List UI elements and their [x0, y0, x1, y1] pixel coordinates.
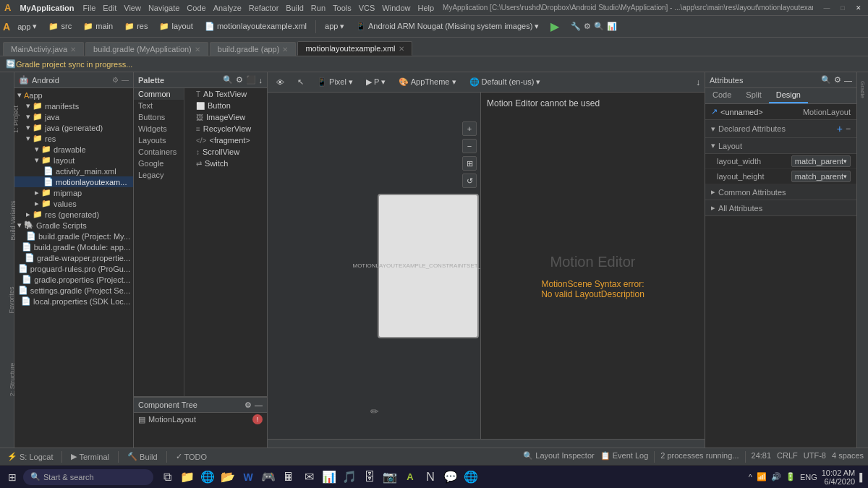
- taskbar-app-steam[interactable]: 🎮: [259, 468, 278, 487]
- attr-search-icon[interactable]: 🔍: [821, 75, 831, 85]
- tree-motionlayout[interactable]: 📄 motionlayoutexam...: [14, 176, 133, 187]
- statusbar-terminal[interactable]: ▶ Terminal: [68, 452, 112, 461]
- menu-tools[interactable]: Tools: [333, 4, 352, 12]
- menu-help[interactable]: Help: [417, 4, 434, 12]
- sidebar-label-project[interactable]: 1: Project: [12, 98, 20, 141]
- taskbar-app-notion[interactable]: N: [421, 468, 440, 487]
- taskbar-app-word[interactable]: W: [239, 468, 258, 487]
- common-attributes-section[interactable]: ▸ Common Attributes: [705, 184, 856, 200]
- taskbar-app-files[interactable]: 📁: [178, 468, 197, 487]
- menu-run[interactable]: Run: [311, 4, 326, 12]
- menu-edit[interactable]: Edit: [103, 4, 116, 12]
- toolbar-icons[interactable]: 🔧⚙🔍📊: [566, 20, 621, 33]
- run-button[interactable]: ▶: [546, 18, 563, 35]
- tray-volume[interactable]: 🔊: [771, 472, 781, 481]
- palette-widget-scrollview[interactable]: ↕ ScrollView: [184, 146, 267, 158]
- project-panel-close[interactable]: —: [122, 76, 129, 84]
- canvas-eye-button[interactable]: 👁: [272, 77, 289, 88]
- sidebar-label-build[interactable]: Build Variants: [9, 192, 17, 249]
- toolbar-file[interactable]: 📄 motionlayoutexample.xml: [200, 20, 311, 33]
- toolbar-device[interactable]: 📱 Android ARM Nougat (Missing system ima…: [352, 20, 543, 33]
- zoom-in-button[interactable]: +: [462, 121, 477, 136]
- palette-cat-text[interactable]: Text: [134, 100, 184, 111]
- project-panel-settings[interactable]: ⚙: [112, 76, 119, 84]
- tab-split[interactable]: Split: [739, 88, 768, 103]
- palette-widget-imageview[interactable]: 🖼 ImageView: [184, 111, 267, 123]
- tree-settings-gradle[interactable]: 📄 settings.gradle (Project Se...: [14, 285, 133, 296]
- tree-values[interactable]: ▸ 📁 values: [14, 198, 133, 209]
- comp-tree-minus-icon[interactable]: —: [255, 401, 263, 409]
- menu-navigate[interactable]: Navigate: [148, 4, 179, 12]
- taskbar-app-music[interactable]: 🎵: [340, 468, 359, 487]
- taskbar-app-whatsapp[interactable]: 💬: [441, 468, 460, 487]
- palette-enhance-icon[interactable]: ⬛: [246, 75, 256, 85]
- tree-res[interactable]: ▾ 📁 res: [14, 133, 133, 144]
- palette-widget-textview[interactable]: T Ab TextView: [184, 88, 267, 100]
- tree-mipmap[interactable]: ▸ 📁 mipmap: [14, 187, 133, 198]
- layout-height-dropdown-icon[interactable]: ▾: [843, 173, 847, 180]
- close-tab-main[interactable]: ✕: [70, 46, 76, 53]
- menu-refactor[interactable]: Refactor: [249, 4, 279, 12]
- tree-drawable[interactable]: ▾ 📁 drawable: [14, 144, 133, 155]
- minimize-button[interactable]: —: [822, 3, 832, 13]
- start-button[interactable]: ⊞: [3, 468, 22, 487]
- canvas-scrollbar[interactable]: [268, 439, 705, 448]
- tree-manifests[interactable]: ▾ 📁 manifests: [14, 100, 133, 111]
- layout-height-value[interactable]: match_parent ▾: [791, 171, 851, 182]
- show-desktop-button[interactable]: ▌: [859, 473, 865, 481]
- tree-build-gradle-app[interactable]: 📄 build.gradle (Module: app...: [14, 241, 133, 252]
- palette-search-icon[interactable]: 🔍: [223, 75, 233, 85]
- menu-view[interactable]: View: [124, 4, 141, 12]
- palette-cat-widgets[interactable]: Widgets: [134, 123, 184, 134]
- tab-motionlayout-xml[interactable]: motionlayoutexample.xml ✕: [297, 41, 412, 56]
- canvas-api-selector[interactable]: ▶ P ▾: [362, 76, 390, 88]
- menu-vcs[interactable]: VCS: [359, 4, 375, 12]
- rotate-button[interactable]: ↺: [462, 174, 477, 188]
- canvas-device-selector[interactable]: 📱 Pixel ▾: [312, 76, 357, 88]
- canvas-cursor-button[interactable]: ↖: [293, 76, 308, 88]
- tray-network[interactable]: 📶: [757, 472, 767, 481]
- palette-cat-buttons[interactable]: Buttons: [134, 111, 184, 123]
- zoom-fit-button[interactable]: ⊞: [462, 156, 477, 171]
- comp-tree-settings-icon[interactable]: ⚙: [244, 401, 252, 410]
- tray-up-arrow[interactable]: ^: [749, 473, 752, 481]
- toolbar-res[interactable]: 📁 res: [120, 20, 152, 33]
- palette-cat-legacy[interactable]: Legacy: [134, 169, 184, 181]
- tab-design[interactable]: Design: [769, 88, 808, 103]
- close-tab-motion[interactable]: ✕: [399, 45, 404, 53]
- taskbar-app-excel[interactable]: 📊: [320, 468, 339, 487]
- taskbar-app-task-view[interactable]: ⧉: [158, 468, 176, 487]
- attr-settings-icon[interactable]: ⚙: [834, 75, 841, 85]
- tab-code[interactable]: Code: [705, 88, 739, 103]
- toolbar-src[interactable]: 📁 src: [44, 20, 76, 33]
- tree-java-gen[interactable]: ▾ 📁 java (generated): [14, 122, 133, 133]
- canvas-theme-selector[interactable]: 🎨 AppTheme ▾: [394, 76, 460, 88]
- close-tab-build2[interactable]: ✕: [282, 46, 288, 53]
- palette-cat-containers[interactable]: Containers: [134, 146, 184, 158]
- close-button[interactable]: ✕: [854, 3, 864, 13]
- zoom-out-button[interactable]: −: [462, 139, 477, 153]
- menu-build[interactable]: Build: [286, 4, 303, 12]
- tree-gradle-props[interactable]: 📄 gradle.properties (Project...: [14, 274, 133, 285]
- component-tree-motionlayout[interactable]: ▤ MotionLayout !: [134, 413, 267, 426]
- all-attributes-section[interactable]: ▸ All Attributes: [705, 200, 856, 216]
- statusbar-logcat[interactable]: ⚡ S: Logcat: [4, 452, 56, 461]
- tree-build-gradle-proj[interactable]: 📄 build.gradle (Project: My...: [14, 231, 133, 241]
- tree-proguard[interactable]: 📄 proguard-rules.pro (ProGu...: [14, 263, 133, 274]
- toolbar-app-dropdown[interactable]: app▾: [13, 20, 41, 33]
- taskbar-app-calc[interactable]: 🖩: [279, 468, 298, 487]
- menu-analyze[interactable]: Analyze: [213, 4, 242, 12]
- tree-local-props[interactable]: 📄 local.properties (SDK Loc...: [14, 296, 133, 307]
- taskbar-app-edge[interactable]: 🌐: [198, 468, 217, 487]
- tab-build-gradle-app[interactable]: build.gradle (app) ✕: [210, 42, 297, 56]
- taskbar-app-db[interactable]: 🗄: [360, 468, 379, 487]
- canvas-add-button[interactable]: ↓: [696, 77, 700, 87]
- system-clock[interactable]: 10:02 AM 6/4/2020: [822, 468, 855, 486]
- palette-widget-fragment[interactable]: </> <fragment>: [184, 134, 267, 146]
- toolbar-run-config[interactable]: app ▾: [320, 20, 349, 33]
- tree-gradle-scripts[interactable]: ▾ 🐘 Gradle Scripts: [14, 220, 133, 231]
- tree-res-gen[interactable]: ▸ 📁 res (generated): [14, 209, 133, 220]
- declared-attributes-section[interactable]: ▾ Declared Attributes + −: [705, 120, 856, 138]
- tree-layout[interactable]: ▾ 📁 layout: [14, 155, 133, 166]
- close-tab-build1[interactable]: ✕: [195, 46, 200, 53]
